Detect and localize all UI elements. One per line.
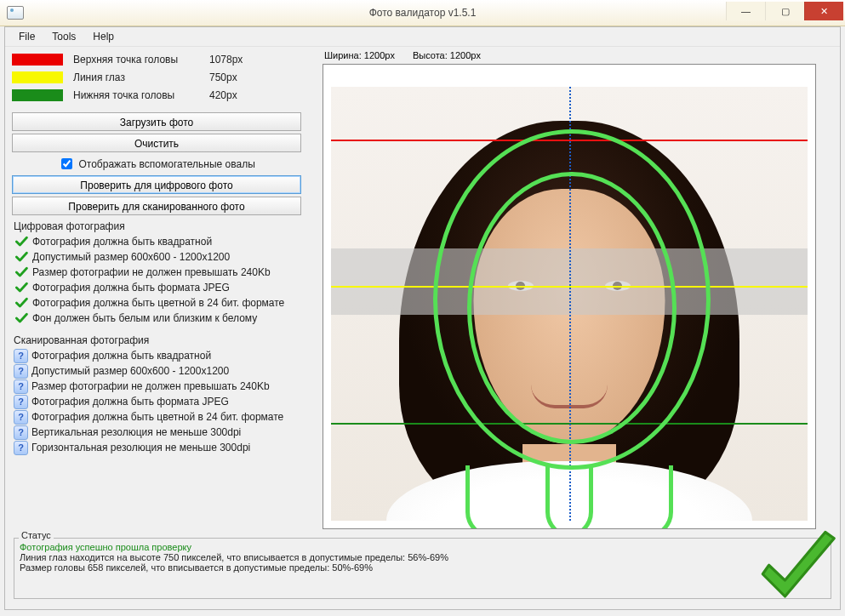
right-panel: Ширина: 1200px Высота: 1200px xyxy=(314,50,833,533)
titlebar: Фото валидатор v1.5.1 — ▢ ✕ xyxy=(0,0,845,26)
status-group: Статус Фотография успешно прошла проверк… xyxy=(14,538,831,604)
minimize-button[interactable]: — xyxy=(726,2,765,20)
digital-req-text-4: Фотография должна быть цветной в 24 бит.… xyxy=(32,297,284,309)
ovals-checkbox-row: Отображать вспомогательные овалы xyxy=(12,156,301,172)
digital-group-title: Цифровая фотография xyxy=(14,220,314,232)
check-icon xyxy=(14,235,29,248)
legend-top-row: Верхняя точка головы 1078px xyxy=(12,51,314,68)
info-icon: ? xyxy=(14,379,28,394)
scanned-req-text-3: Фотография должна быть формата JPEG xyxy=(31,396,229,408)
window-title: Фото валидатор v1.5.1 xyxy=(0,7,845,19)
digital-req-text-3: Фотография должна быть формата JPEG xyxy=(32,282,230,294)
scanned-req-4: ?Фотография должна быть цветной в 24 бит… xyxy=(12,409,314,425)
status-detail-2: Размер головы 658 пикселей, что вписывае… xyxy=(20,562,825,573)
check-icon xyxy=(14,281,29,294)
image-dimensions: Ширина: 1200px Высота: 1200px xyxy=(323,50,833,60)
check-scanned-button[interactable]: Проверить для сканированного фото xyxy=(12,197,301,215)
digital-req-4: Фотография должна быть цветной в 24 бит.… xyxy=(12,295,314,311)
window-controls: — ▢ ✕ xyxy=(726,2,843,20)
digital-req-text-2: Размер фотографии не должен превышать 24… xyxy=(32,266,271,278)
client-area: File Tools Help Верхняя точка головы 107… xyxy=(4,26,841,610)
menu-help[interactable]: Help xyxy=(84,28,123,45)
scanned-req-0: ?Фотография должна быть квадратной xyxy=(12,348,314,363)
check-icon xyxy=(14,296,29,310)
maximize-button[interactable]: ▢ xyxy=(765,2,804,20)
menu-tools[interactable]: Tools xyxy=(43,28,84,45)
scanned-req-text-0: Фотография должна быть квадратной xyxy=(31,350,211,362)
status-success-line: Фотография успешно прошла проверку xyxy=(20,542,825,552)
digital-req-3: Фотография должна быть формата JPEG xyxy=(12,280,314,295)
scanned-req-2: ?Размер фотографии не должен превышать 2… xyxy=(12,379,314,394)
ovals-checkbox[interactable] xyxy=(61,158,72,169)
scanned-req-text-4: Фотография должна быть цветной в 24 бит.… xyxy=(31,411,283,423)
close-button[interactable]: ✕ xyxy=(804,2,843,20)
info-icon: ? xyxy=(14,395,28,409)
clear-button[interactable]: Очистить xyxy=(12,134,301,152)
digital-req-text-5: Фон должен быть белым или близким к бело… xyxy=(32,312,257,324)
ovals-checkbox-text: Отображать вспомогательные овалы xyxy=(79,158,255,170)
legend-bottom-value: 420px xyxy=(209,89,237,101)
info-icon: ? xyxy=(14,425,28,440)
check-digital-button[interactable]: Проверить для цифрового фото xyxy=(12,175,301,194)
status-detail-1: Линия глаз находится на высоте 750 пиксе… xyxy=(20,552,825,562)
scanned-req-5: ?Вертикальная резолюция не меньше 300dpi xyxy=(12,425,314,440)
scanned-req-text-2: Размер фотографии не должен превышать 24… xyxy=(31,380,270,392)
legend-bottom-label: Нижняя точка головы xyxy=(73,89,209,101)
menu-file[interactable]: File xyxy=(10,28,43,45)
scanned-group-title: Сканированная фотография xyxy=(14,334,314,346)
app-icon xyxy=(7,6,24,20)
photo-preview xyxy=(323,64,816,529)
legend-top-value: 1078px xyxy=(209,54,243,66)
scanned-req-text-5: Вертикальная резолюция не меньше 300dpi xyxy=(31,426,241,438)
digital-req-5: Фон должен быть белым или близким к бело… xyxy=(12,311,314,326)
ovals-checkbox-label[interactable]: Отображать вспомогательные овалы xyxy=(58,158,255,170)
status-box: Фотография успешно прошла проверку Линия… xyxy=(14,538,831,599)
check-icon xyxy=(14,250,29,264)
guide-shoulder-right xyxy=(545,465,673,529)
scanned-req-6: ?Горизонтальная резолюция не меньше 300d… xyxy=(12,440,314,455)
legend-top-label: Верхняя точка головы xyxy=(73,54,209,66)
status-group-label: Статус xyxy=(19,530,54,540)
menubar: File Tools Help xyxy=(5,27,840,47)
digital-req-text-0: Фотография должна быть квадратной xyxy=(32,236,212,248)
scanned-req-text-1: Допустимый размер 600x600 - 1200x1200 xyxy=(31,365,229,377)
load-photo-button[interactable]: Загрузить фото xyxy=(12,112,301,131)
scanned-req-text-6: Горизонтальная резолюция не меньше 300dp… xyxy=(31,442,250,453)
info-icon: ? xyxy=(14,349,28,363)
legend-eyes-label: Линия глаз xyxy=(73,71,209,83)
digital-req-0: Фотография должна быть квадратной xyxy=(12,234,314,249)
legend-eyes-value: 750px xyxy=(209,71,237,83)
digital-req-1: Допустимый размер 600x600 - 1200x1200 xyxy=(12,249,314,265)
legend-eyes-row: Линия глаз 750px xyxy=(12,69,314,86)
digital-req-2: Размер фотографии не должен превышать 24… xyxy=(12,265,314,280)
digital-req-text-1: Допустимый размер 600x600 - 1200x1200 xyxy=(32,251,230,263)
width-label: Ширина: 1200px xyxy=(324,50,395,60)
info-icon: ? xyxy=(14,410,28,425)
info-icon: ? xyxy=(14,364,28,379)
legend-top-swatch xyxy=(12,54,63,66)
photo-area xyxy=(331,87,808,521)
left-panel: Верхняя точка головы 1078px Линия глаз 7… xyxy=(12,50,314,533)
scanned-req-1: ?Допустимый размер 600x600 - 1200x1200 xyxy=(12,363,314,379)
scanned-req-3: ?Фотография должна быть формата JPEG xyxy=(12,394,314,409)
height-label: Высота: 1200px xyxy=(413,50,481,60)
info-icon: ? xyxy=(14,441,28,455)
check-icon xyxy=(14,311,29,325)
guide-oval-inner xyxy=(467,172,677,444)
check-icon xyxy=(14,265,29,279)
legend-eyes-swatch xyxy=(12,71,63,83)
legend-bottom-row: Нижняя точка головы 420px xyxy=(12,87,314,104)
legend-bottom-swatch xyxy=(12,89,63,101)
